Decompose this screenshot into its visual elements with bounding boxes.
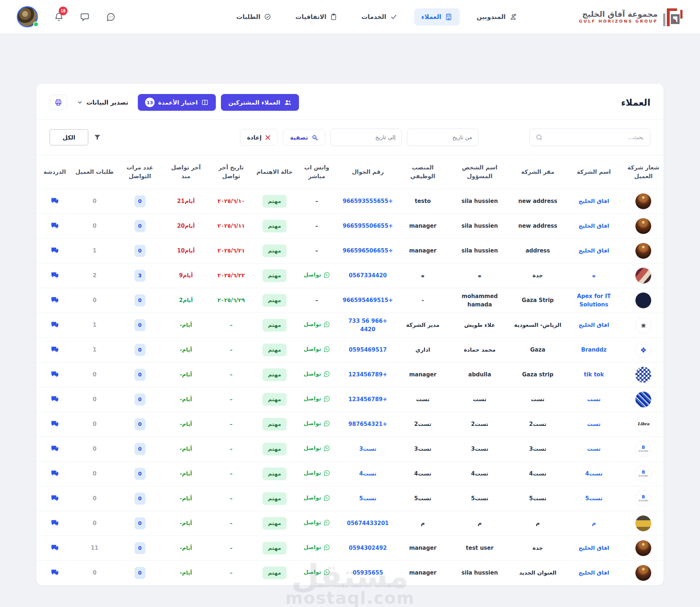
whatsapp-link[interactable]: تواصل [304, 395, 330, 403]
choose-columns-button[interactable]: اختيار الأعمدة 13 [138, 94, 216, 111]
whatsapp-link[interactable]: تواصل [304, 469, 330, 477]
whatsapp-link[interactable]: تواصل [304, 419, 330, 428]
whatsapp-link[interactable]: تواصل [304, 568, 330, 576]
row-chat-button[interactable] [49, 418, 61, 430]
phone-link[interactable]: +966593555655 [343, 198, 393, 204]
whatsapp-link[interactable]: تواصل [304, 444, 330, 453]
column-header: اسم الشركة [564, 155, 623, 189]
to-date-input[interactable] [330, 129, 402, 146]
last-contact-date: – [230, 446, 233, 452]
company-name-link[interactable]: افاق الخليج [579, 545, 609, 551]
table-row: افاق الخليججدةtest usermanager0594302492… [36, 536, 664, 561]
table-row: Apex for IT SolutionsGaza Stripmohammed … [36, 288, 664, 313]
row-chat-button[interactable] [49, 517, 61, 529]
chat-button[interactable] [80, 12, 90, 22]
company-name-link[interactable]: ه [592, 272, 595, 279]
notifications-button[interactable]: 18 [54, 12, 64, 22]
whatsapp-icon [324, 396, 330, 402]
table-row: افاق الخليجالعنوان الجديدsila hussienman… [36, 561, 664, 586]
last-contact-since: 9أيام [179, 272, 193, 279]
company-name-link[interactable]: افاق الخليج [579, 247, 609, 254]
notification-badge: 18 [59, 7, 67, 15]
row-chat-button[interactable] [49, 195, 61, 207]
whatsapp-link[interactable]: تواصل [304, 494, 330, 502]
row-chat-button[interactable] [49, 368, 61, 380]
contact-person: علاء طويش [464, 322, 495, 328]
table-row: Bbranddzتستتست3تست3تست3تست3تواصلمهتم–-أي… [36, 437, 664, 462]
company-name-link[interactable]: افاق الخليج [579, 322, 609, 328]
phone-link[interactable]: تست4 [359, 470, 376, 477]
row-chat-button[interactable] [49, 567, 61, 578]
row-chat-button[interactable] [49, 269, 61, 281]
chat-double-icon [50, 518, 59, 527]
subscribed-clients-button[interactable]: العملاء المشتركين [221, 94, 299, 111]
company-name-link[interactable]: افاق الخليج [579, 198, 609, 204]
phone-link[interactable]: +123456789 [349, 371, 388, 378]
from-date-input[interactable] [407, 129, 478, 146]
whatsapp-link[interactable]: تواصل [304, 320, 330, 329]
company-name-link[interactable]: Apex for IT Solutions [577, 293, 611, 308]
phone-link[interactable]: +123456789 [349, 396, 388, 403]
row-chat-button[interactable] [49, 393, 61, 405]
phone-link[interactable]: 0595469517 [349, 346, 387, 353]
row-chat-button[interactable] [49, 220, 61, 231]
whatsapp-link[interactable]: تواصل [304, 345, 330, 353]
nav-item-2[interactable]: العملاء [414, 8, 460, 26]
company-name-link[interactable]: م [592, 520, 596, 526]
nav-item-1[interactable]: المندوبين [469, 8, 524, 26]
nav-item-3[interactable]: الخدمات [354, 8, 404, 25]
whatsapp-link[interactable]: تواصل [304, 370, 330, 378]
row-chat-button[interactable] [49, 443, 61, 454]
export-data-button[interactable]: تصدير البيانات [72, 99, 133, 106]
client-requests-count: 0 [93, 495, 96, 502]
apply-filter-button[interactable]: تصفية [283, 129, 325, 146]
company-name-link[interactable]: tik tok [584, 371, 604, 378]
row-chat-button[interactable] [49, 319, 61, 330]
reset-filter-button[interactable]: إعادة [240, 129, 278, 146]
last-contact-date: – [230, 470, 233, 477]
row-chat-button[interactable] [49, 542, 61, 553]
company-name-link[interactable]: Branddz [581, 346, 607, 353]
phone-link[interactable]: +966596506655 [343, 247, 393, 254]
company-name-link[interactable]: تست4 [585, 470, 602, 477]
nav-item-4[interactable]: الاتفاقيات [288, 8, 345, 25]
phone-link[interactable]: +966595469515 [343, 297, 393, 304]
company-name-link[interactable]: تست [587, 421, 601, 427]
phone-link[interactable]: 0594302492 [349, 545, 387, 551]
contact-count-badge: 0 [135, 195, 145, 207]
user-avatar[interactable] [17, 6, 38, 27]
whatsapp-link[interactable]: تواصل [304, 271, 330, 279]
whatsapp-link[interactable]: تواصل [304, 543, 330, 552]
contact-person: تست2 [471, 421, 488, 427]
print-button[interactable] [50, 95, 67, 110]
phone-link[interactable]: 0567334420 [349, 272, 387, 279]
phone-link[interactable]: +987654321 [349, 421, 388, 427]
company-name-link[interactable]: تست5 [585, 495, 602, 502]
messages-dots-button[interactable] [106, 12, 116, 22]
last-contact-date: ٢٠٢٥/٦/٢٩ [218, 297, 245, 304]
row-chat-button[interactable] [49, 492, 61, 504]
search-input[interactable] [547, 134, 644, 141]
contact-person: sila hussien [462, 569, 498, 576]
contact-count-badge: 0 [135, 493, 145, 505]
company-name-link[interactable]: تست [587, 396, 601, 403]
all-filter-button[interactable]: الكل [50, 129, 88, 145]
row-chat-button[interactable] [49, 467, 61, 479]
phone-link[interactable]: 05935655 [353, 569, 383, 576]
company-name-link[interactable]: افاق الخليج [579, 569, 609, 576]
funnel-icon[interactable] [93, 133, 101, 141]
company-name-link[interactable]: تست [587, 446, 601, 452]
nav-item-5[interactable]: الطلبات [229, 8, 279, 25]
row-chat-button[interactable] [49, 244, 61, 256]
phone-link[interactable]: تست5 [359, 495, 376, 502]
phone-link[interactable]: +966595506655 [343, 223, 393, 229]
table-row: افاق الخليجnew addresssila hussientesto+… [36, 189, 664, 214]
phone-link[interactable]: +966 56 733 4420 [349, 318, 388, 333]
company-name-link[interactable]: افاق الخليج [579, 223, 609, 229]
phone-link[interactable]: تست3 [359, 446, 376, 452]
last-contact-date: – [230, 421, 233, 427]
row-chat-button[interactable] [49, 294, 61, 306]
whatsapp-link[interactable]: تواصل [304, 518, 330, 527]
row-chat-button[interactable] [49, 344, 61, 355]
phone-link[interactable]: 05674433201 [347, 520, 389, 526]
